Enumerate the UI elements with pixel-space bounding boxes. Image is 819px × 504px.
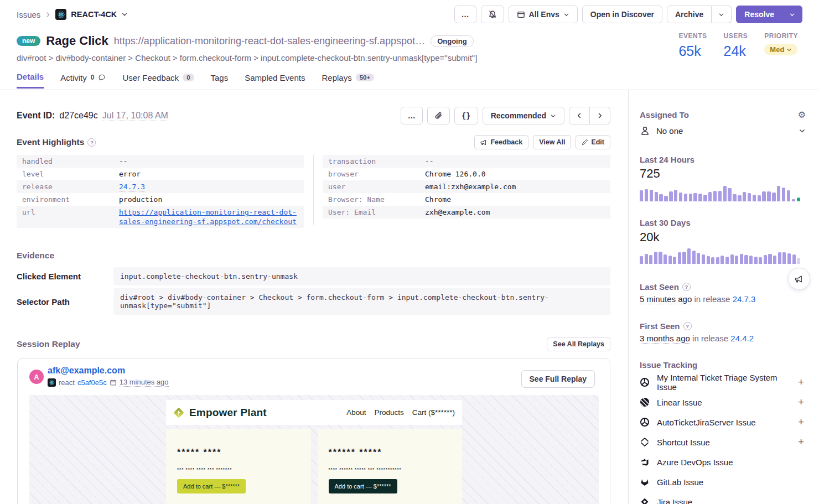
add-issue-button[interactable]: + — [798, 376, 806, 388]
chart-bar — [759, 257, 762, 264]
last-seen-release-link[interactable]: 24.7.3 — [733, 294, 756, 304]
issue-tracking-link[interactable]: My Internal Ticket Triage System Issue — [657, 373, 791, 392]
add-issue-button[interactable]: + — [798, 416, 806, 428]
last-seen-time[interactable]: 5 minutes ago — [640, 294, 692, 304]
highlight-value: Chrome 126.0.0 — [425, 169, 486, 179]
mute-alerts-button[interactable] — [481, 6, 504, 23]
edit-highlights-button[interactable]: Edit — [576, 135, 610, 149]
issue-tracking-link[interactable]: Shortcut Issue — [657, 438, 791, 447]
last-24-hours-chart — [640, 186, 800, 201]
evidence-title: Evidence — [17, 251, 54, 261]
help-icon[interactable]: ? — [683, 322, 692, 330]
tab-details[interactable]: Details — [17, 72, 44, 89]
tab-sampled-events[interactable]: Sampled Events — [245, 72, 305, 89]
chevron-down-icon[interactable] — [121, 11, 128, 18]
more-actions-button[interactable]: … — [454, 6, 476, 23]
add-issue-button[interactable]: + — [798, 396, 806, 408]
environment-selector[interactable]: All Envs — [509, 6, 578, 23]
tab-tags[interactable]: Tags — [211, 72, 229, 89]
feedback-button[interactable]: Feedback — [474, 135, 528, 149]
issue-tracking-link[interactable]: GitLab Issue — [657, 477, 806, 487]
chart-bar — [692, 251, 696, 264]
event-timestamp[interactable]: Jul 17, 10:08 AM — [102, 111, 168, 121]
chart-bar — [792, 254, 796, 264]
highlight-key: handled — [22, 157, 119, 166]
chart-bar — [772, 193, 775, 201]
empower-plant-logo-icon — [173, 407, 184, 418]
add-issue-button[interactable]: + — [798, 436, 806, 448]
replay-preview[interactable]: Empower Plant AboutProductsCart ($******… — [29, 395, 599, 504]
event-more-button[interactable]: … — [401, 107, 423, 124]
issue-tracking-item-autoticketjiraserver-issue: AutoTicketJiraServer Issue+ — [640, 412, 806, 432]
replay-time-ago[interactable]: 13 minutes ago — [120, 378, 169, 387]
event-view-selector[interactable]: Recommended — [483, 107, 564, 124]
replay-id-link[interactable]: c5af0e5c — [77, 378, 107, 387]
tab-activity[interactable]: Activity0 — [60, 72, 106, 89]
previous-event-button[interactable] — [569, 107, 590, 124]
replay-project-name: react — [59, 378, 75, 387]
first-seen-value: 3 months ago in release 24.4.2 — [640, 334, 754, 343]
issue-tracking-link[interactable]: Jira Issue — [657, 497, 806, 504]
floating-feedback-button[interactable] — [788, 268, 810, 290]
view-all-button[interactable]: View All — [533, 135, 571, 149]
help-icon[interactable]: ? — [87, 138, 96, 147]
chart-bar — [664, 196, 667, 201]
archive-button[interactable]: Archive — [667, 6, 712, 23]
replay-nav-about: About — [346, 408, 366, 417]
highlight-value: email:zxh@example.com — [425, 182, 516, 191]
breadcrumb-issues-link[interactable]: Issues — [17, 10, 40, 19]
tab-user-feedback[interactable]: User Feedback0 — [122, 72, 194, 89]
resolve-dropdown-button[interactable] — [782, 6, 802, 23]
issue-tracking-item-jira-issue: Jira Issue — [640, 492, 806, 504]
issue-tracking-link[interactable]: Linear Issue — [657, 398, 791, 407]
chart-bar — [684, 194, 687, 201]
next-event-button[interactable] — [590, 107, 610, 124]
archive-dropdown-button[interactable] — [712, 6, 732, 23]
last-24-hours-count: 725 — [640, 167, 660, 181]
help-icon[interactable]: ? — [682, 283, 691, 291]
issue-tracking-list: My Internal Ticket Triage System Issue+L… — [640, 372, 806, 504]
evidence-row-selector-path: Selector Pathdiv#root > div#body-contain… — [17, 288, 610, 315]
chart-bar — [687, 248, 691, 264]
calendar-icon — [110, 379, 117, 386]
events-stat: EVENTS 65k — [678, 32, 707, 59]
chevron-down-icon — [799, 127, 806, 134]
priority-selector[interactable]: Med — [764, 44, 797, 55]
chart-bar — [782, 188, 785, 201]
chart-bar — [650, 190, 653, 201]
see-all-replays-button[interactable]: See All Replays — [547, 337, 610, 351]
highlight-key: Browser: Name — [328, 195, 425, 204]
resolve-button[interactable]: Resolve — [736, 6, 782, 23]
replay-nav: AboutProductsCart ($******) — [346, 408, 455, 417]
chart-bar — [777, 186, 780, 201]
replay-product-name: ***** **** — [177, 448, 300, 458]
replay-product-name: ****** ***** — [329, 448, 452, 458]
tab-count: 0 — [91, 74, 95, 81]
sidebar-divider — [628, 90, 629, 504]
first-seen-time[interactable]: 3 months ago — [640, 334, 690, 344]
json-button[interactable]: {} — [454, 107, 478, 124]
highlight-value-link[interactable]: 24.7.3 — [119, 183, 145, 191]
tab-replays[interactable]: Replays50+ — [322, 72, 374, 89]
sidebar: Assigned To ⚙ No one Last 24 Hours 725 L… — [640, 90, 806, 504]
assignee-selector[interactable]: No one — [640, 126, 806, 136]
attachments-button[interactable] — [427, 107, 450, 124]
evidence-row-clicked-element: Clicked Elementinput.complete-checkout-b… — [17, 267, 610, 285]
issue-tracking-link[interactable]: Azure DevOps Issue — [657, 458, 806, 467]
gear-icon[interactable]: ⚙ — [798, 111, 806, 119]
chart-bar — [728, 188, 731, 201]
highlight-row-url: urlhttps://application-monitoring-react-… — [17, 206, 304, 228]
chart-bar — [792, 199, 795, 201]
breadcrumb-short-id[interactable]: REACT-4CK — [71, 10, 117, 19]
chart-bar — [718, 191, 722, 201]
see-full-replay-button[interactable]: See Full Replay — [521, 370, 595, 388]
first-seen-release-link[interactable]: 24.4.2 — [730, 334, 754, 343]
replay-user-link[interactable]: afk@example.com — [48, 366, 125, 376]
issue-tracking-link[interactable]: AutoTicketJiraServer Issue — [657, 418, 791, 427]
status-badge: Ongoing — [431, 35, 473, 47]
highlight-value: error — [119, 169, 141, 179]
highlight-value-link[interactable]: https://application-monitoring-react-dot… — [119, 208, 297, 226]
users-count[interactable]: 24k — [723, 43, 748, 59]
open-in-discover-button[interactable]: Open in Discover — [582, 6, 662, 23]
events-count[interactable]: 65k — [678, 43, 707, 59]
